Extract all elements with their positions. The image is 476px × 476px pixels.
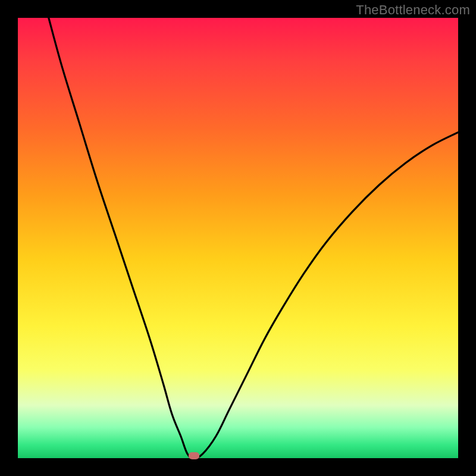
minimum-marker: [189, 452, 199, 459]
watermark-text: TheBottleneck.com: [356, 2, 470, 18]
bottleneck-curve: [18, 18, 458, 458]
chart-frame: TheBottleneck.com: [0, 0, 476, 476]
